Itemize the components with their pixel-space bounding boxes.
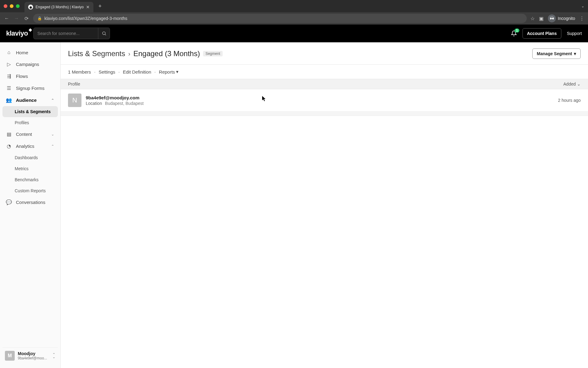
table-row[interactable]: N 9ba4e9ef@moodjoy.com Location Budapest… [61,89,588,112]
sidebar-item-label: Conversations [16,200,45,205]
browser-address-bar: ← → ⟳ 🔒 klaviyo.com/list/Xpwn3Z/engaged-… [0,12,588,25]
sidebar-item-label: Lists & Segments [15,109,51,114]
window-maximize-button[interactable] [16,4,20,8]
location-label: Location [86,101,102,106]
subnav-members[interactable]: 1 Members [68,69,91,75]
location-value: Budapest, Budapest [105,101,144,106]
tab-overflow-icon[interactable]: ⌄ [581,4,584,8]
window-close-button[interactable] [4,4,7,8]
sidebar-item-flows[interactable]: ⇶ Flows [2,70,58,82]
sidebar-item-label: Signup Forms [16,86,44,91]
column-header-added[interactable]: Added ⌄ [564,82,581,86]
flow-icon: ⇶ [6,73,12,79]
chat-icon: 💬 [6,199,12,205]
sidebar-item-conversations[interactable]: 💬 Conversations [2,196,58,208]
audience-icon: 👥 [6,97,12,103]
app-topbar: klaviyo 1 Account Plans Support [0,25,588,42]
column-header-profile: Profile [68,82,80,86]
sidebar-item-label: Flows [16,74,28,79]
chevron-up-icon: ⌃ [51,144,54,148]
window-minimize-button[interactable] [10,4,13,8]
sidebar-item-label: Dashboards [15,155,38,160]
subnav-reports-dropdown[interactable]: Reports ▾ [159,69,179,75]
profile-email[interactable]: 9ba4e9ef@moodjoy.com [86,95,558,100]
sidebar-item-signup-forms[interactable]: ☰ Signup Forms [2,82,58,94]
sidebar-item-label: Content [16,132,32,137]
sidebar-item-analytics[interactable]: ◔ Analytics ⌃ [2,140,58,152]
sidebar-item-lists-segments[interactable]: Lists & Segments [2,106,58,117]
home-icon: ⌂ [6,50,12,55]
search-button[interactable] [98,28,110,39]
column-header-added-label: Added [564,82,576,86]
bookmark-star-icon[interactable]: ☆ [530,16,535,21]
sidebar-item-metrics[interactable]: Metrics [2,163,58,174]
subnav-reports-label: Reports [159,69,175,75]
forward-button[interactable]: → [13,16,20,21]
back-button[interactable]: ← [4,16,10,21]
breadcrumb-root-link[interactable]: Lists & Segments [68,49,125,58]
table-header: Profile Added ⌄ [61,79,588,89]
search-input[interactable] [34,31,98,36]
sidebar-item-label: Audience [16,98,37,103]
main-content: Lists & Segments › Engaged (3 Months) Se… [61,42,588,368]
sidebar: ⌂ Home ▷ Campaigns ⇶ Flows ☰ Signup Form… [0,42,61,368]
reload-button[interactable]: ⟳ [23,16,29,21]
browser-tab[interactable]: ◉ Engaged (3 Months) | Klaviyo ✕ [24,2,93,12]
sidebar-item-campaigns[interactable]: ▷ Campaigns [2,58,58,70]
subnav-separator: - [154,69,156,75]
incognito-badge[interactable]: 🕶 Incognito [548,14,575,22]
svg-point-0 [102,32,105,35]
lock-icon: 🔒 [37,16,42,21]
org-switcher-caret-icon: ⌃⌄ [52,353,55,358]
sidebar-item-home[interactable]: ⌂ Home [2,47,58,58]
sidebar-item-label: Metrics [15,166,28,171]
chevron-up-icon: ⌃ [51,98,54,102]
org-avatar: M [5,351,15,361]
caret-down-icon: ▾ [574,51,576,56]
sidebar-item-profiles[interactable]: Profiles [2,117,58,128]
manage-segment-button[interactable]: Manage Segment ▾ [532,48,581,59]
org-switcher[interactable]: M Moodjoy 9ba4e9ef@moo... ⌃⌄ [2,347,58,364]
tab-title: Engaged (3 Months) | Klaviyo [36,5,84,9]
sidebar-item-benchmarks[interactable]: Benchmarks [2,174,58,185]
extensions-icon[interactable]: ▣ [539,16,544,21]
profile-avatar: N [68,94,81,107]
content-icon: ▤ [6,131,12,137]
tab-close-icon[interactable]: ✕ [86,5,90,10]
sidebar-item-label: Benchmarks [15,177,39,182]
sidebar-item-custom-reports[interactable]: Custom Reports [2,185,58,196]
sidebar-item-label: Home [16,50,28,55]
window-controls [4,4,20,8]
page-title: Engaged (3 Months) [133,49,200,58]
added-timestamp: 2 hours ago [558,98,581,103]
notifications-button[interactable]: 1 [511,30,517,36]
profile-location: Location Budapest, Budapest [86,101,558,106]
manage-segment-label: Manage Segment [537,51,572,56]
sidebar-item-label: Profiles [15,120,29,125]
new-tab-button[interactable]: + [98,3,102,10]
subnav-edit-definition[interactable]: Edit Definition [123,69,151,75]
tab-favicon: ◉ [28,5,33,10]
sort-caret-icon: ⌄ [577,82,581,86]
subnav-separator: - [94,69,96,75]
incognito-label: Incognito [558,16,575,21]
browser-menu-icon[interactable]: ⋮ [579,16,584,21]
sidebar-item-audience[interactable]: 👥 Audience ⌃ [2,94,58,106]
sidebar-item-dashboards[interactable]: Dashboards [2,152,58,163]
klaviyo-logo[interactable]: klaviyo [6,29,28,37]
subnav-settings[interactable]: Settings [99,69,115,75]
analytics-icon: ◔ [6,143,12,149]
chevron-down-icon: ⌄ [51,132,54,136]
sidebar-item-label: Campaigns [16,62,39,67]
global-search [33,28,110,39]
org-sub: 9ba4e9ef@moo... [18,356,49,360]
account-plans-button[interactable]: Account Plans [522,28,561,39]
segment-badge: Segment [203,51,223,56]
url-field[interactable]: 🔒 klaviyo.com/list/Xpwn3Z/engaged-3-mont… [33,14,527,23]
breadcrumb: Lists & Segments › Engaged (3 Months) Se… [68,48,581,59]
profile-meta: 9ba4e9ef@moodjoy.com Location Budapest, … [86,95,558,106]
notification-badge: 1 [514,29,519,33]
form-icon: ☰ [6,85,12,91]
sidebar-item-content[interactable]: ▤ Content ⌄ [2,128,58,140]
support-link[interactable]: Support [567,31,582,36]
